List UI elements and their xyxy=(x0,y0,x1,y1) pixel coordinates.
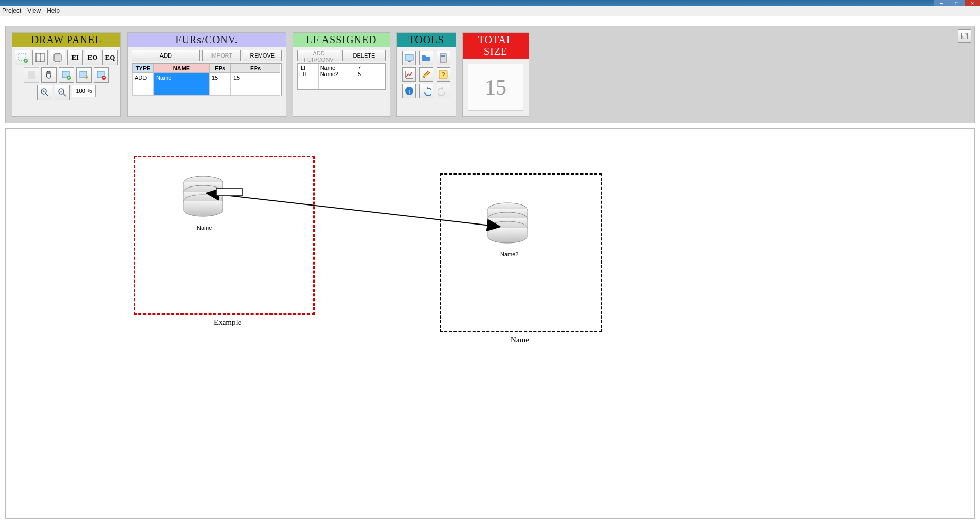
lf-delete-button[interactable]: DELETE xyxy=(342,50,386,61)
database-node-name2-label: Name2 xyxy=(500,251,518,257)
svg-rect-8 xyxy=(80,71,87,78)
panel-furs: FURs/CONV. ADD IMPORT REMOVE TYPE NAME F… xyxy=(127,32,286,117)
hand-icon xyxy=(44,70,54,80)
lf-row2-type: EIF xyxy=(299,71,317,77)
tool-ei[interactable]: EI xyxy=(67,50,83,65)
dashed-rect-add-icon xyxy=(17,52,28,63)
tool-eo[interactable]: EO xyxy=(85,50,100,65)
furs-header-name: NAME xyxy=(154,64,209,73)
tool-pan[interactable] xyxy=(41,67,57,83)
tool-redo xyxy=(437,84,450,98)
window-maximize-button[interactable]: ▢ xyxy=(949,0,965,6)
boundary-box-example[interactable] xyxy=(134,156,315,315)
furs-add-button[interactable]: ADD xyxy=(132,50,200,61)
tool-folder[interactable] xyxy=(419,51,433,65)
tool-info[interactable]: i xyxy=(402,84,416,98)
furs-cell-fp1: 15 xyxy=(209,73,231,96)
expand-icon xyxy=(960,32,969,40)
lf-add-button: ADD FUR/CONV xyxy=(297,50,340,61)
menu-project[interactable]: Project xyxy=(2,7,21,15)
furs-remove-button[interactable]: REMOVE xyxy=(243,50,282,61)
furs-cell-type: ADD xyxy=(132,73,154,96)
tool-split-rect[interactable] xyxy=(32,50,48,65)
undo-icon xyxy=(421,86,431,96)
tool-calc[interactable] xyxy=(437,51,450,65)
chart-icon xyxy=(404,69,414,80)
svg-rect-14 xyxy=(408,61,411,62)
furs-cell-name[interactable]: Name xyxy=(154,73,209,96)
blank-icon xyxy=(26,70,37,80)
calculator-icon xyxy=(438,53,448,63)
zoom-out-icon xyxy=(57,87,67,98)
redo-icon xyxy=(438,86,448,96)
furs-header-fps2: FPs xyxy=(231,64,280,73)
tool-eq[interactable]: EQ xyxy=(102,50,118,65)
tool-image-export[interactable] xyxy=(76,67,92,83)
zoom-percentage[interactable]: 100 % xyxy=(72,85,96,97)
boundary-box-name-caption: Name xyxy=(511,335,529,344)
furs-header-fps1: FPs xyxy=(209,64,231,73)
ei-label: EI xyxy=(71,53,79,62)
furs-header-type: TYPE xyxy=(132,64,154,73)
eq-label: EQ xyxy=(105,53,115,62)
panel-total: TOTAL SIZE 15 xyxy=(462,32,529,117)
svg-rect-13 xyxy=(405,54,413,60)
panel-total-header: TOTAL SIZE xyxy=(463,33,529,59)
database-node-name-label: Name xyxy=(197,225,212,231)
info-icon: i xyxy=(404,86,414,96)
furs-cell-fp2: 15 xyxy=(231,73,280,96)
panel-tools: TOOLS ? i xyxy=(396,32,456,117)
svg-rect-5 xyxy=(28,71,35,79)
boundary-box-example-caption: Example xyxy=(214,318,241,327)
database-icon xyxy=(52,52,63,63)
lf-row1-val: 7 xyxy=(358,65,384,71)
svg-text:i: i xyxy=(408,87,410,95)
menu-help[interactable]: Help xyxy=(47,7,60,15)
tool-image-delete[interactable] xyxy=(94,67,109,83)
panel-lf-header: LF ASSIGNED xyxy=(293,33,390,47)
boundary-box-name[interactable] xyxy=(440,173,602,332)
panel-tools-header: TOOLS xyxy=(397,33,456,47)
window-title-bar: ━ ▢ ✕ xyxy=(0,0,980,6)
folder-icon xyxy=(421,53,431,63)
menu-bar: Project View Help xyxy=(0,6,980,16)
furs-row[interactable]: ADD Name 15 15 xyxy=(132,73,281,96)
tool-screen[interactable] xyxy=(402,51,416,65)
panel-lf: LF ASSIGNED ADD FUR/CONV DELETE ILF EIF … xyxy=(293,32,390,117)
tool-chart[interactable] xyxy=(402,67,416,82)
image-delete-icon xyxy=(96,70,106,80)
panel-draw-header: DRAW PANEL xyxy=(12,33,120,47)
lf-grid[interactable]: ILF EIF Name Name2 7 5 xyxy=(297,63,386,90)
tool-database[interactable] xyxy=(50,50,65,65)
total-size-value: 15 xyxy=(468,64,523,111)
monitor-icon xyxy=(404,53,414,63)
zoom-in-icon xyxy=(40,87,50,98)
svg-text:?: ? xyxy=(442,71,445,79)
tool-edit[interactable] xyxy=(419,67,433,82)
image-export-icon xyxy=(79,70,89,80)
furs-grid[interactable]: TYPE NAME FPs FPs ADD Name 15 15 xyxy=(132,63,282,96)
pencil-icon xyxy=(421,69,431,80)
tool-undo[interactable] xyxy=(419,84,433,98)
image-add-icon xyxy=(61,70,71,80)
tool-image-add[interactable] xyxy=(59,67,74,83)
window-close-button[interactable]: ✕ xyxy=(965,0,980,6)
ribbon-expand-button[interactable] xyxy=(958,29,971,43)
help-icon: ? xyxy=(438,69,448,80)
panel-draw: DRAW PANEL EI EO EQ xyxy=(12,32,121,117)
eo-label: EO xyxy=(88,53,98,62)
box-split-icon xyxy=(35,52,45,63)
tool-new-rect[interactable] xyxy=(15,50,30,65)
tool-disabled-1 xyxy=(24,67,39,83)
diagram-canvas[interactable]: Example Name Name xyxy=(5,128,975,519)
lf-row2-val: 5 xyxy=(358,71,384,77)
zoom-out-button[interactable] xyxy=(55,85,70,100)
menu-view[interactable]: View xyxy=(27,7,41,15)
svg-rect-16 xyxy=(441,55,445,57)
zoom-in-button[interactable] xyxy=(37,85,52,100)
tool-help[interactable]: ? xyxy=(437,67,450,82)
ribbon: DRAW PANEL EI EO EQ xyxy=(5,26,975,123)
window-minimize-button[interactable]: ━ xyxy=(934,0,949,6)
lf-row2-name: Name2 xyxy=(320,71,354,77)
connector-arrow xyxy=(6,129,767,519)
